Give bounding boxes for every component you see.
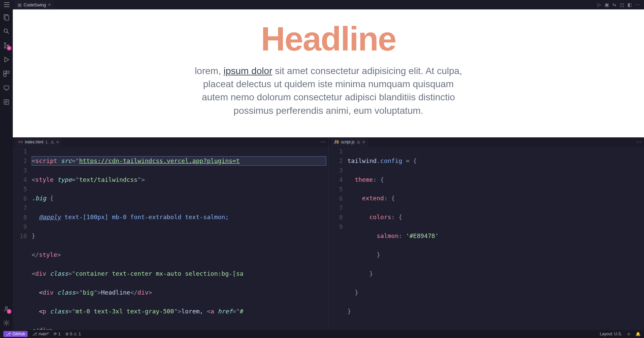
error-icon: ⊘	[65, 332, 69, 336]
svg-rect-7	[7, 71, 9, 73]
library-icon[interactable]: ◫	[620, 2, 624, 7]
warnings-count: 1	[78, 332, 81, 336]
close-icon[interactable]: ×	[56, 139, 59, 145]
problems-status[interactable]: ⊘ 0 ⚠ 1	[65, 332, 81, 336]
sync-count: 1	[58, 332, 61, 336]
search-icon[interactable]	[3, 28, 10, 35]
tab-label: index.html	[25, 140, 43, 144]
close-icon[interactable]: ×	[362, 139, 365, 145]
status-bar: ⎇ GitHub ⎇ main* ⟳ 1 ⊘ 0 ⚠ 1 Layout: U.S…	[0, 330, 644, 338]
preview-icon: ▦	[18, 2, 22, 7]
tab-codeswing[interactable]: ▦ CodeSwing ×	[14, 0, 54, 9]
github-status[interactable]: ⎇ GitHub	[3, 331, 28, 337]
branch-glyph-icon: ⎇	[6, 332, 11, 336]
editor-more-icon[interactable]: ⋯	[636, 139, 641, 145]
branch-status[interactable]: ⎇ main*	[32, 332, 49, 336]
branch-name: main*	[38, 332, 49, 336]
code-area[interactable]: <script src="https://cdn-tailwindcss.ver…	[32, 147, 328, 330]
editor-more-icon[interactable]: ⋯	[320, 139, 326, 145]
errors-count: 0	[70, 332, 72, 336]
tab-script-js[interactable]: JS script.js ⚠ ×	[331, 138, 368, 146]
preview-link[interactable]: ipsum dolor	[224, 66, 272, 76]
tab-problems-count: 1,	[45, 140, 49, 144]
remote-icon[interactable]	[3, 84, 10, 92]
preview-paragraph: lorem, ipsum dolor sit amet consectetur …	[190, 64, 466, 117]
layout-icon[interactable]: ◧	[627, 2, 632, 7]
github-label: GitHub	[12, 332, 25, 336]
svg-rect-6	[4, 71, 6, 73]
warning-icon: ⚠	[73, 332, 77, 336]
app-menu-button[interactable]	[3, 1, 10, 8]
svg-rect-9	[4, 86, 9, 89]
tab-label: CodeSwing	[24, 2, 46, 7]
gutter: 1 2 3 4 5 6 7 8 9 10	[13, 147, 32, 330]
dirty-indicator-icon: ⚠	[51, 140, 54, 144]
activity-bar: 9 1	[0, 9, 13, 330]
accounts-badge: 1	[7, 309, 11, 314]
svg-point-3	[4, 43, 6, 44]
extensions-icon[interactable]	[3, 70, 10, 77]
dirty-indicator-icon: ⚠	[357, 140, 360, 144]
sync-icon: ⟳	[54, 332, 57, 336]
svg-rect-8	[4, 74, 6, 76]
editor-right[interactable]: 1 2 3 4 5 6 7 8 9 tailwind.config = { th…	[329, 147, 644, 330]
run-icon[interactable]: ▷	[598, 2, 601, 7]
panel-icon[interactable]: ▣	[605, 2, 609, 7]
svg-point-2	[4, 29, 7, 32]
close-icon[interactable]: ×	[48, 2, 51, 7]
tab-label: script.js	[341, 140, 355, 144]
preview-text-pre: lorem,	[195, 66, 224, 76]
code-area[interactable]: tailwind.config = { theme: { extend: { c…	[348, 147, 644, 330]
svg-point-11	[5, 307, 7, 309]
run-debug-icon[interactable]	[3, 56, 10, 63]
compare-icon[interactable]: ⇆	[612, 2, 616, 7]
feedback-icon[interactable]: ☺	[627, 332, 631, 336]
gutter: 1 2 3 4 5 6 7 8 9	[329, 147, 348, 330]
html-file-icon: <>	[18, 140, 23, 144]
keyboard-layout[interactable]: Layout: U.S.	[600, 332, 622, 336]
svg-rect-1	[5, 15, 9, 20]
editor-left[interactable]: 1 2 3 4 5 6 7 8 9 10 <script src="https:…	[13, 147, 328, 330]
sync-status[interactable]: ⟳ 1	[54, 332, 61, 336]
settings-gear-icon[interactable]	[3, 319, 10, 327]
svg-point-12	[5, 322, 7, 324]
svg-point-4	[4, 47, 6, 48]
layout-label: Layout: U.S.	[600, 332, 622, 336]
bell-icon[interactable]: 🔔	[636, 332, 641, 336]
tab-index-html[interactable]: <> index.html 1, ⚠ ×	[15, 138, 62, 146]
explorer-icon[interactable]	[3, 13, 10, 21]
branch-icon: ⎇	[32, 332, 37, 336]
accounts-icon[interactable]: 1	[3, 305, 10, 312]
source-control-icon[interactable]: 9	[3, 42, 10, 49]
outline-icon[interactable]	[3, 98, 10, 106]
js-file-icon: JS	[334, 140, 339, 144]
preview-headline: Headline	[26, 20, 631, 58]
preview-pane: Headline lorem, ipsum dolor sit amet con…	[13, 9, 644, 137]
more-icon[interactable]: ⋯	[635, 2, 640, 7]
scm-badge: 9	[7, 46, 11, 50]
